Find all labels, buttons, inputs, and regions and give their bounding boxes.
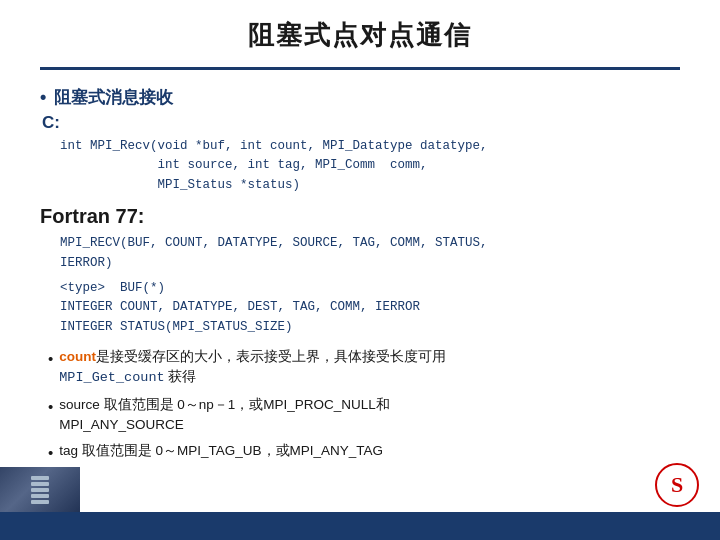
code-c-line3: MPI_Status *status) [60,176,680,195]
server-icon [31,476,49,504]
server-rack-4 [31,494,49,498]
bullet-dot-item1: • [48,348,53,371]
section1-title: 阻塞式消息接收 [54,86,173,109]
highlight-count: count [59,349,96,364]
server-rack-1 [31,476,49,480]
bullet-item1-text: count是接受缓存区的大小，表示接受上界，具体接受长度可用 MPI_Get_c… [59,347,446,389]
bottom-bar [0,512,720,540]
bullet-dot-item2: • [48,396,53,419]
code-fortran2-line3: INTEGER STATUS(MPI_STATUS_SIZE) [60,318,680,337]
code-c-line1: int MPI_Recv(void *buf, int count, MPI_D… [60,137,680,156]
server-rack-5 [31,500,49,504]
title-bar: 阻塞式点对点通信 [40,0,680,70]
page-title: 阻塞式点对点通信 [248,20,472,50]
server-rack-2 [31,482,49,486]
server-rack-3 [31,488,49,492]
bullet-item3-text: tag 取值范围是 0～MPI_TAG_UB，或MPI_ANY_TAG [59,441,383,461]
section1-heading: • 阻塞式消息接收 [40,86,680,109]
code-fortran2-line1: <type> BUF(*) [60,279,680,298]
bullet-item2-text: source 取值范围是 0～np－1，或MPI_PROC_NULL和MPI_A… [59,395,390,436]
code-fortran2-line2: INTEGER COUNT, DATATYPE, DEST, TAG, COMM… [60,298,680,317]
code-mpi-get-count: MPI_Get_count [59,370,164,385]
fortran-heading-text: Fortran 77: [40,205,144,227]
bullet-item-2: • source 取值范围是 0～np－1，或MPI_PROC_NULL和MPI… [48,395,680,436]
code-fortran1-line2: IERROR) [60,254,680,273]
bottom-logo: S [655,463,710,508]
logo-circle: S [655,463,699,507]
bullet-dot-1: • [40,87,46,108]
slide: 阻塞式点对点通信 • 阻塞式消息接收 C: int MPI_Recv(void … [0,0,720,540]
code-fortran1: MPI_RECV(BUF, COUNT, DATATYPE, SOURCE, T… [60,234,680,273]
code-c-line2: int source, int tag, MPI_Comm comm, [60,156,680,175]
logo-s: S [671,472,683,498]
label-c: C: [42,113,680,133]
code-fortran2: <type> BUF(*) INTEGER COUNT, DATATYPE, D… [60,279,680,337]
fortran-heading: Fortran 77: [40,205,680,228]
bullet-item-1: • count是接受缓存区的大小，表示接受上界，具体接受长度可用 MPI_Get… [48,347,680,389]
bullet-item-3: • tag 取值范围是 0～MPI_TAG_UB，或MPI_ANY_TAG [48,441,680,465]
bullet-dot-item3: • [48,442,53,465]
code-c: int MPI_Recv(void *buf, int count, MPI_D… [60,137,680,195]
bullet-list: • count是接受缓存区的大小，表示接受上界，具体接受长度可用 MPI_Get… [48,347,680,465]
left-image [0,467,80,512]
code-fortran1-line1: MPI_RECV(BUF, COUNT, DATATYPE, SOURCE, T… [60,234,680,253]
